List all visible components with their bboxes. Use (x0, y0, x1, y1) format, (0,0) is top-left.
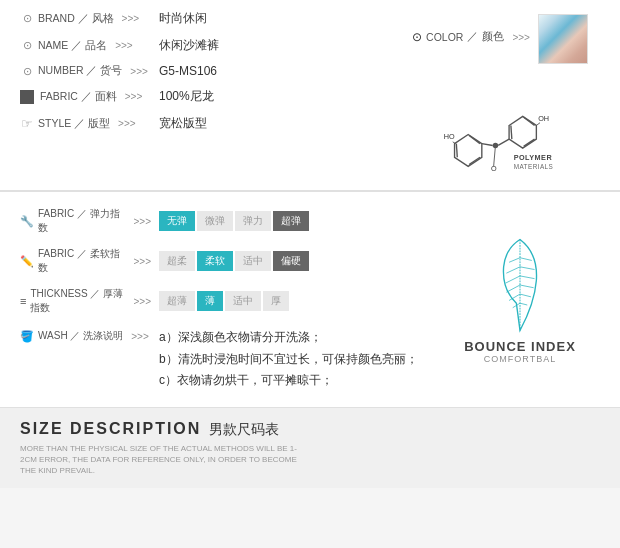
svg-text:MATERIALS: MATERIALS (514, 163, 554, 170)
bar-slight-elastic[interactable]: 微弹 (197, 211, 233, 231)
style-label: ☞ STYLE ／ 版型 >>> (20, 117, 155, 131)
style-icon: ☞ (20, 117, 34, 131)
fabric-value: 100%尼龙 (159, 88, 214, 105)
right-info: ⊙ COLOR ／ 颜色 >>> (400, 10, 600, 180)
elasticity-label: 🔧 FABRIC ／ 弹力指数 >>> (20, 207, 155, 235)
svg-line-29 (520, 285, 534, 288)
svg-line-10 (498, 139, 509, 145)
softness-row: ✏️ FABRIC ／ 柔软指数 >>> 超柔 柔软 适中 偏硬 (20, 247, 420, 275)
svg-line-22 (505, 276, 520, 283)
svg-marker-0 (455, 135, 482, 167)
size-title-zh: 男款尺码表 (209, 421, 279, 439)
softness-label: ✏️ FABRIC ／ 柔软指数 >>> (20, 247, 155, 275)
target-icon: ⊙ (20, 12, 34, 26)
bar-medium-thick[interactable]: 适中 (225, 291, 261, 311)
elasticity-icon: 🔧 (20, 215, 34, 228)
fabric-label: FABRIC ／ 面料 >>> (20, 90, 155, 104)
specs-left: 🔧 FABRIC ／ 弹力指数 >>> 无弹 微弹 弹力 超弹 (20, 207, 420, 392)
top-section: ⊙ BRAND ／ 风格 >>> 时尚休闲 ⊙ NAME ／ (0, 0, 620, 191)
thickness-icon: ≡ (20, 295, 26, 307)
bounce-title: BOUNCE INDEX (464, 339, 576, 354)
bounce-subtitle: COMFORTBAL (464, 354, 576, 364)
svg-text:HO: HO (444, 132, 455, 141)
number-icon: ⊙ (20, 64, 34, 78)
bar-no-elastic[interactable]: 无弹 (159, 211, 195, 231)
fabric-label-text: FABRIC ／ 面料 (40, 90, 117, 104)
thickness-row: ≡ THICKNESS ／ 厚薄指数 >>> 超薄 薄 适中 厚 (20, 287, 420, 315)
wash-row: 🪣 WASH ／ 洗涤说明 >>> a）深浅颜色衣物请分开洗涤； b）清洗时浸泡… (20, 327, 420, 392)
softness-bars: 超柔 柔软 适中 偏硬 (159, 251, 309, 271)
bar-soft[interactable]: 柔软 (197, 251, 233, 271)
svg-text:POLYMER: POLYMER (514, 153, 553, 162)
molecule-diagram: HO OH O POLYMER MATERIALS (410, 80, 590, 180)
name-label: ⊙ NAME ／ 品名 >>> (20, 39, 155, 53)
svg-line-27 (520, 267, 535, 270)
middle-section: 🔧 FABRIC ／ 弹力指数 >>> 无弹 微弹 弹力 超弹 (0, 192, 620, 408)
svg-marker-4 (509, 116, 536, 148)
svg-line-20 (509, 258, 520, 263)
size-title-en: SIZE DESCRIPTION (20, 420, 201, 438)
svg-line-9 (482, 144, 493, 146)
bar-hard[interactable]: 偏硬 (273, 251, 309, 271)
bar-thin[interactable]: 薄 (197, 291, 223, 311)
bar-elastic[interactable]: 弹力 (235, 211, 271, 231)
svg-line-1 (456, 144, 457, 158)
wash-content: a）深浅颜色衣物请分开洗涤； b）清洗时浸泡时间不宜过长，可保持颜色亮丽； c）… (159, 327, 418, 392)
brand-row: ⊙ BRAND ／ 风格 >>> 时尚休闲 (20, 10, 400, 27)
svg-line-2 (469, 135, 480, 143)
color-target-icon: ⊙ (412, 30, 422, 44)
bar-thick[interactable]: 厚 (263, 291, 289, 311)
elasticity-label-text: FABRIC ／ 弹力指数 (38, 207, 125, 235)
main-container: ⊙ BRAND ／ 风格 >>> 时尚休闲 ⊙ NAME ／ (0, 0, 620, 488)
color-label: COLOR ／ 颜色 (426, 30, 504, 44)
svg-line-5 (511, 125, 512, 139)
wash-instruction-2: b）清洗时浸泡时间不宜过长，可保持颜色亮丽； (159, 349, 418, 371)
molecule-svg: HO OH O POLYMER MATERIALS (410, 80, 590, 180)
feather-svg (480, 235, 560, 335)
size-section: SIZE DESCRIPTION 男款尺码表 MORE THAN THE PHY… (0, 408, 620, 489)
style-label-text: STYLE ／ 版型 (38, 117, 110, 131)
svg-line-3 (469, 157, 480, 164)
style-value: 宽松版型 (159, 115, 207, 132)
size-subtitle: MORE THAN THE PHYSICAL SIZE OF THE ACTUA… (20, 443, 300, 477)
elasticity-bars: 无弹 微弹 弹力 超弹 (159, 211, 309, 231)
svg-line-30 (520, 294, 531, 297)
wash-instruction-3: c）衣物请勿烘干，可平摊晾干； (159, 370, 418, 392)
thickness-bars: 超薄 薄 适中 厚 (159, 291, 289, 311)
svg-line-14 (536, 123, 540, 126)
elasticity-row: 🔧 FABRIC ／ 弹力指数 >>> 无弹 微弹 弹力 超弹 (20, 207, 420, 235)
name-icon: ⊙ (20, 39, 34, 53)
softness-label-text: FABRIC ／ 柔软指数 (38, 247, 125, 275)
wash-instruction-1: a）深浅颜色衣物请分开洗涤； (159, 327, 418, 349)
bar-medium-soft[interactable]: 适中 (235, 251, 271, 271)
size-header: SIZE DESCRIPTION 男款尺码表 (20, 420, 600, 439)
svg-line-6 (524, 117, 535, 125)
name-row: ⊙ NAME ／ 品名 >>> 休闲沙滩裤 (20, 37, 400, 54)
bounce-label: BOUNCE INDEX COMFORTBAL (464, 339, 576, 364)
name-label-text: NAME ／ 品名 (38, 39, 107, 53)
specs-right: BOUNCE INDEX COMFORTBAL (440, 207, 600, 392)
svg-line-31 (520, 303, 527, 305)
left-info: ⊙ BRAND ／ 风格 >>> 时尚休闲 ⊙ NAME ／ (20, 10, 400, 180)
svg-line-26 (520, 258, 532, 261)
wash-label: 🪣 WASH ／ 洗涤说明 >>> (20, 329, 155, 343)
name-value: 休闲沙滩裤 (159, 37, 219, 54)
color-swatch[interactable] (538, 14, 588, 64)
softness-icon: ✏️ (20, 255, 34, 268)
color-row: ⊙ COLOR ／ 颜色 >>> (412, 10, 588, 64)
wash-label-text: WASH ／ 洗涤说明 (38, 329, 123, 343)
number-label-text: NUMBER ／ 货号 (38, 64, 122, 78)
brand-label: ⊙ BRAND ／ 风格 >>> (20, 12, 155, 26)
svg-text:OH: OH (538, 114, 549, 123)
fabric-icon (20, 90, 34, 104)
bar-super-soft[interactable]: 超柔 (159, 251, 195, 271)
svg-line-28 (520, 276, 535, 279)
number-row: ⊙ NUMBER ／ 货号 >>> G5-MS106 (20, 64, 400, 78)
thickness-label: ≡ THICKNESS ／ 厚薄指数 >>> (20, 287, 155, 315)
style-row: ☞ STYLE ／ 版型 >>> 宽松版型 (20, 115, 400, 132)
bar-super-elastic[interactable]: 超弹 (273, 211, 309, 231)
bar-super-thin[interactable]: 超薄 (159, 291, 195, 311)
thickness-label-text: THICKNESS ／ 厚薄指数 (30, 287, 125, 315)
number-label: ⊙ NUMBER ／ 货号 >>> (20, 64, 155, 78)
brand-value: 时尚休闲 (159, 10, 207, 27)
